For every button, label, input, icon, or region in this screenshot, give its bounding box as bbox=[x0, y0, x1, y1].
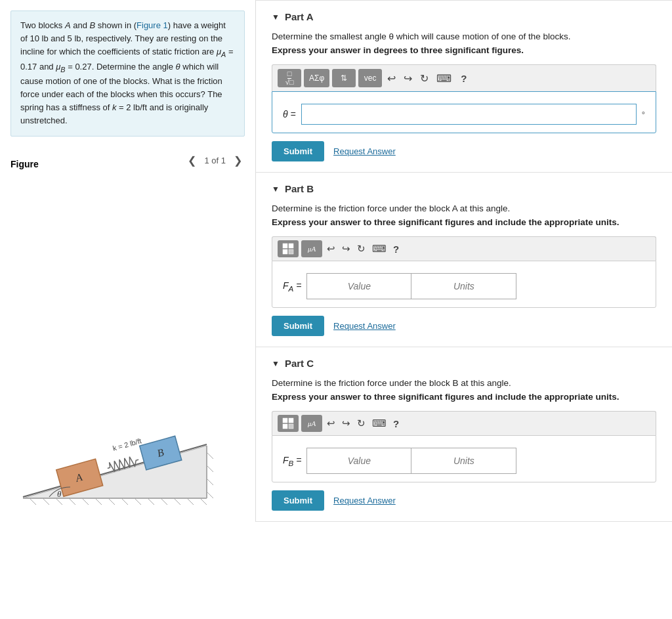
keyboard-button[interactable]: ⌨ bbox=[434, 71, 454, 86]
fraction-button[interactable]: □ √□ bbox=[278, 69, 301, 87]
part-b-help-button[interactable]: ? bbox=[391, 242, 401, 256]
theta-input[interactable] bbox=[301, 104, 637, 125]
svg-line-5 bbox=[56, 498, 62, 505]
part-a-instruction: Express your answer in degrees to three … bbox=[272, 45, 656, 55]
part-b-undo-button[interactable]: ↩ bbox=[325, 242, 337, 256]
part-c-submit-button[interactable]: Submit bbox=[272, 490, 324, 511]
svg-line-8 bbox=[95, 498, 102, 505]
part-b-mu-button[interactable]: μA bbox=[301, 240, 322, 257]
part-c-undo-button[interactable]: ↩ bbox=[325, 416, 337, 431]
right-panel: ▼ Part A Determine the smallest angle θ … bbox=[256, 0, 672, 522]
fa-value-input[interactable] bbox=[306, 273, 411, 299]
part-b-toggle[interactable]: ▼ bbox=[272, 184, 280, 194]
part-b-actions: Submit Request Answer bbox=[272, 316, 656, 336]
svg-rect-32 bbox=[283, 418, 287, 423]
part-a-submit-button[interactable]: Submit bbox=[272, 141, 324, 161]
svg-rect-30 bbox=[283, 249, 287, 254]
fb-label: FB = bbox=[283, 455, 301, 467]
part-c-mu-button[interactable]: μA bbox=[301, 415, 322, 432]
theta-label: θ = bbox=[283, 109, 296, 119]
fa-label: FA = bbox=[283, 280, 301, 293]
part-c-request-link[interactable]: Request Answer bbox=[333, 496, 396, 505]
part-b-refresh-button[interactable]: ↻ bbox=[355, 242, 368, 256]
part-a-header: ▼ Part A bbox=[272, 11, 656, 22]
svg-rect-33 bbox=[289, 418, 293, 423]
part-b-redo-button[interactable]: ↪ bbox=[340, 242, 352, 256]
figure-label: Figure bbox=[10, 159, 39, 169]
left-panel: Two blocks A and B shown in (Figure 1) h… bbox=[0, 0, 256, 522]
svg-line-7 bbox=[82, 498, 89, 505]
svg-line-16 bbox=[200, 498, 207, 505]
refresh-button[interactable]: ↻ bbox=[417, 71, 431, 86]
svg-line-17 bbox=[207, 452, 213, 459]
svg-line-20 bbox=[207, 492, 213, 498]
figure-nav: ❮ 1 of 1 ❯ bbox=[185, 153, 245, 168]
figure-container: A B k = 2 lb/ft θ bbox=[10, 179, 245, 511]
svg-line-12 bbox=[148, 498, 154, 505]
part-c-actions: Submit Request Answer bbox=[272, 490, 656, 511]
part-b-keyboard-button[interactable]: ⌨ bbox=[370, 242, 388, 256]
part-c-toggle[interactable]: ▼ bbox=[272, 359, 280, 368]
part-c-input-area: FB = bbox=[272, 435, 656, 482]
part-c-header: ▼ Part C bbox=[272, 358, 656, 369]
figure-link[interactable]: Figure 1 bbox=[136, 20, 168, 30]
part-a-input-area: θ = ° bbox=[272, 91, 656, 133]
part-c-description: Determine is the friction force under th… bbox=[272, 378, 656, 388]
svg-line-15 bbox=[187, 498, 194, 505]
arrows-button[interactable]: ⇅ bbox=[332, 69, 356, 87]
svg-line-10 bbox=[121, 498, 128, 505]
part-b-submit-button[interactable]: Submit bbox=[272, 316, 324, 336]
svg-rect-31 bbox=[289, 249, 293, 254]
part-c-instruction: Express your answer to three significant… bbox=[272, 392, 656, 402]
part-a-request-link[interactable]: Request Answer bbox=[333, 146, 396, 156]
part-c-section: ▼ Part C Determine is the friction force… bbox=[256, 347, 672, 522]
part-c-grid-button[interactable] bbox=[278, 415, 299, 432]
part-a-section: ▼ Part A Determine the smallest angle θ … bbox=[256, 0, 672, 173]
part-c-toolbar: μA ↩ ↪ ↻ ⌨ ? bbox=[272, 411, 656, 435]
svg-rect-29 bbox=[289, 244, 293, 248]
part-a-toggle[interactable]: ▼ bbox=[272, 12, 280, 22]
part-a-toolbar: □ √□ ΑΣφ ⇅ vec ↩ ↪ ↻ ⌨ ? bbox=[272, 64, 656, 91]
undo-button[interactable]: ↩ bbox=[385, 71, 398, 86]
part-b-instruction: Express your answer to three significant… bbox=[272, 217, 656, 227]
fa-units-input[interactable] bbox=[411, 273, 516, 299]
part-c-title: Part C bbox=[285, 358, 314, 369]
svg-line-6 bbox=[69, 498, 75, 505]
svg-rect-28 bbox=[283, 244, 287, 248]
theta-unit: ° bbox=[642, 110, 645, 119]
svg-rect-34 bbox=[283, 424, 287, 429]
part-b-grid-button[interactable] bbox=[278, 240, 299, 257]
svg-line-9 bbox=[108, 498, 115, 505]
svg-line-4 bbox=[43, 498, 49, 505]
redo-button[interactable]: ↪ bbox=[401, 71, 415, 86]
part-b-input-area: FA = bbox=[272, 261, 656, 308]
svg-text:θ: θ bbox=[57, 489, 62, 499]
problem-text: Two blocks A and B shown in (Figure 1) h… bbox=[10, 11, 245, 137]
fb-value-input[interactable] bbox=[306, 448, 411, 474]
figure-page: 1 of 1 bbox=[204, 156, 226, 165]
figure-prev-button[interactable]: ❮ bbox=[185, 153, 199, 168]
part-b-request-link[interactable]: Request Answer bbox=[333, 321, 396, 331]
fb-units-input[interactable] bbox=[411, 448, 516, 474]
part-b-description: Determine is the friction force under th… bbox=[272, 203, 656, 213]
part-b-title: Part B bbox=[285, 183, 314, 194]
part-c-refresh-button[interactable]: ↻ bbox=[355, 416, 368, 431]
vec-button[interactable]: vec bbox=[358, 69, 382, 87]
svg-line-13 bbox=[161, 498, 167, 505]
greek-button[interactable]: ΑΣφ bbox=[304, 69, 329, 87]
part-c-redo-button[interactable]: ↪ bbox=[340, 416, 352, 431]
part-c-help-button[interactable]: ? bbox=[391, 417, 401, 431]
svg-line-19 bbox=[207, 479, 213, 485]
svg-line-18 bbox=[207, 465, 213, 472]
figure-next-button[interactable]: ❯ bbox=[231, 153, 245, 168]
svg-line-3 bbox=[30, 498, 36, 505]
part-a-actions: Submit Request Answer bbox=[272, 141, 656, 161]
part-b-section: ▼ Part B Determine is the friction force… bbox=[256, 173, 672, 347]
part-c-keyboard-button[interactable]: ⌨ bbox=[370, 416, 388, 431]
part-a-title: Part A bbox=[285, 11, 314, 22]
help-button[interactable]: ? bbox=[457, 72, 471, 85]
part-b-toolbar: μA ↩ ↪ ↻ ⌨ ? bbox=[272, 236, 656, 261]
part-b-header: ▼ Part B bbox=[272, 183, 656, 194]
svg-rect-35 bbox=[289, 424, 293, 429]
figure-svg: A B k = 2 lb/ft θ bbox=[16, 380, 240, 511]
